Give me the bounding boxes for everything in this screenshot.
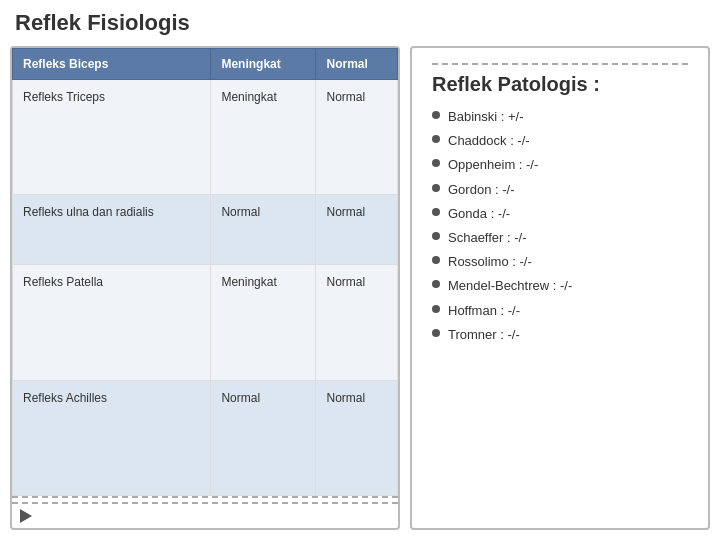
list-item-text: Gordon : -/- (448, 181, 514, 199)
list-item-text: Gonda : -/- (448, 205, 510, 223)
nav-arrow-icon[interactable] (20, 509, 32, 523)
list-item: Chaddock : -/- (432, 132, 688, 150)
cell-reflex-value1: Normal (211, 380, 316, 495)
cell-reflex-value2: Normal (316, 265, 398, 380)
list-item-text: Mendel-Bechtrew : -/- (448, 277, 572, 295)
list-item-text: Oppenheim : -/- (448, 156, 538, 174)
list-item-text: Babinski : +/- (448, 108, 524, 126)
left-section: Refleks Biceps Meningkat Normal Refleks … (10, 46, 400, 530)
table-row: Refleks ulna dan radialisNormalNormal (13, 195, 398, 265)
list-item: Schaeffer : -/- (432, 229, 688, 247)
list-item: Oppenheim : -/- (432, 156, 688, 174)
list-item: Rossolimo : -/- (432, 253, 688, 271)
list-item: Hoffman : -/- (432, 302, 688, 320)
list-item-text: Tromner : -/- (448, 326, 520, 344)
list-item: Tromner : -/- (432, 326, 688, 344)
bullet-icon (432, 208, 440, 216)
table-row: Refleks TricepsMeningkatNormal (13, 80, 398, 195)
dashed-top-line (432, 63, 688, 65)
page-title: Reflek Fisiologis (10, 10, 710, 36)
bullet-icon (432, 135, 440, 143)
list-item-text: Hoffman : -/- (448, 302, 520, 320)
patologis-title: Reflek Patologis : (432, 73, 688, 96)
list-item: Gordon : -/- (432, 181, 688, 199)
bullet-icon (432, 256, 440, 264)
table-header-row: Refleks Biceps Meningkat Normal (13, 49, 398, 80)
dashed-divider (12, 496, 398, 498)
col-header-3: Normal (316, 49, 398, 80)
cell-reflex-value2: Normal (316, 380, 398, 495)
bullet-icon (432, 329, 440, 337)
bullet-icon (432, 111, 440, 119)
main-container: Reflek Fisiologis Refleks Biceps Meningk… (0, 0, 720, 540)
cell-reflex-name: Refleks Patella (13, 265, 211, 380)
bottom-nav (12, 502, 398, 528)
bullet-icon (432, 280, 440, 288)
cell-reflex-value2: Normal (316, 80, 398, 195)
cell-reflex-value1: Meningkat (211, 80, 316, 195)
content-row: Refleks Biceps Meningkat Normal Refleks … (10, 46, 710, 530)
cell-reflex-value2: Normal (316, 195, 398, 265)
cell-reflex-value1: Normal (211, 195, 316, 265)
list-item-text: Rossolimo : -/- (448, 253, 532, 271)
right-section: Reflek Patologis : Babinski : +/-Chaddoc… (410, 46, 710, 530)
table-row: Refleks AchillesNormalNormal (13, 380, 398, 495)
col-header-2: Meningkat (211, 49, 316, 80)
list-item-text: Schaeffer : -/- (448, 229, 527, 247)
cell-reflex-name: Refleks ulna dan radialis (13, 195, 211, 265)
cell-reflex-name: Refleks Achilles (13, 380, 211, 495)
bullet-icon (432, 305, 440, 313)
patologis-list: Babinski : +/-Chaddock : -/-Oppenheim : … (432, 108, 688, 344)
list-item: Mendel-Bechtrew : -/- (432, 277, 688, 295)
table-row: Refleks PatellaMeningkatNormal (13, 265, 398, 380)
bullet-icon (432, 159, 440, 167)
col-header-1: Refleks Biceps (13, 49, 211, 80)
list-item-text: Chaddock : -/- (448, 132, 530, 150)
cell-reflex-value1: Meningkat (211, 265, 316, 380)
bullet-icon (432, 232, 440, 240)
list-item: Gonda : -/- (432, 205, 688, 223)
list-item: Babinski : +/- (432, 108, 688, 126)
bullet-icon (432, 184, 440, 192)
cell-reflex-name: Refleks Triceps (13, 80, 211, 195)
reflek-table: Refleks Biceps Meningkat Normal Refleks … (12, 48, 398, 496)
